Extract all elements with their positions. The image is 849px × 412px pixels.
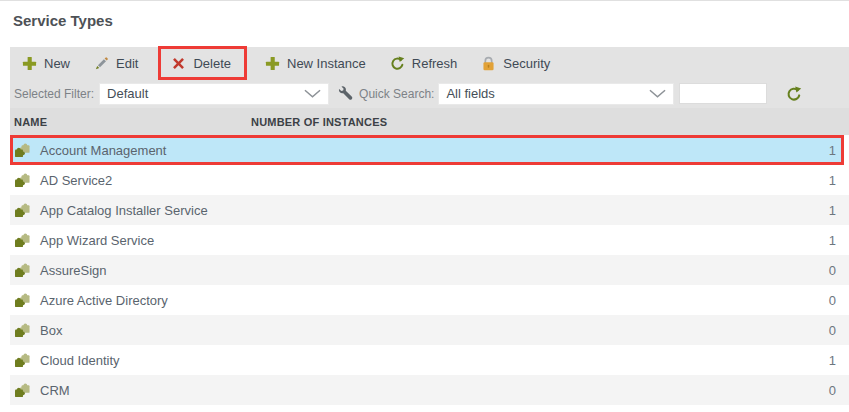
service-type-name: Azure Active Directory bbox=[40, 293, 168, 308]
service-type-name: Account Management bbox=[40, 143, 166, 158]
toolbar: New Edit Delete New Instance Refresh Sec… bbox=[10, 47, 849, 79]
delete-x-icon bbox=[171, 56, 186, 71]
new-button[interactable]: New bbox=[18, 50, 74, 76]
instance-count: 0 bbox=[829, 323, 849, 338]
apply-search-refresh-icon[interactable] bbox=[786, 86, 802, 102]
pencil-icon bbox=[94, 56, 109, 71]
puzzle-piece-icon bbox=[14, 203, 31, 218]
service-type-name: Cloud Identity bbox=[40, 353, 120, 368]
selected-filter-value: Default bbox=[107, 86, 148, 101]
new-instance-button-label: New Instance bbox=[287, 56, 366, 71]
puzzle-piece-icon bbox=[14, 233, 31, 248]
service-type-name: CRM bbox=[40, 383, 70, 398]
row-name-cell: Azure Active Directory bbox=[10, 293, 168, 308]
service-types-panel: New Edit Delete New Instance Refresh Sec… bbox=[10, 47, 849, 405]
quick-search-label: Quick Search: bbox=[359, 87, 434, 101]
puzzle-piece-icon bbox=[14, 293, 31, 308]
instance-count: 0 bbox=[829, 383, 849, 398]
service-type-name: AD Service2 bbox=[40, 173, 112, 188]
instance-count: 1 bbox=[829, 203, 849, 218]
chevron-down-icon bbox=[304, 89, 321, 98]
quick-search-scope-value: All fields bbox=[446, 86, 494, 101]
edit-button-label: Edit bbox=[116, 56, 138, 71]
puzzle-piece-icon bbox=[14, 323, 31, 338]
row-name-cell: App Wizard Service bbox=[10, 233, 154, 248]
instance-count: 0 bbox=[829, 293, 849, 308]
service-type-name: Box bbox=[40, 323, 62, 338]
table-body: Account Management 1 AD Service2 1 App C… bbox=[10, 135, 849, 405]
instance-count: 1 bbox=[829, 233, 849, 248]
delete-button[interactable]: Delete bbox=[167, 50, 235, 76]
table-row-azure-active-directory[interactable]: Azure Active Directory 0 bbox=[10, 285, 849, 315]
table-row-account-management[interactable]: Account Management 1 bbox=[10, 135, 844, 165]
new-button-label: New bbox=[44, 56, 70, 71]
refresh-icon bbox=[390, 56, 405, 71]
instance-count: 1 bbox=[829, 173, 849, 188]
column-header-number-of-instances[interactable]: NUMBER OF INSTANCES bbox=[251, 116, 849, 128]
table-row-assuresign[interactable]: AssureSign 0 bbox=[10, 255, 849, 285]
service-type-name: AssureSign bbox=[40, 263, 106, 278]
plus-icon bbox=[22, 56, 37, 71]
table-row-box[interactable]: Box 0 bbox=[10, 315, 849, 345]
selected-filter-dropdown[interactable]: Default bbox=[99, 83, 329, 105]
chevron-down-icon bbox=[649, 89, 666, 98]
row-name-cell: App Catalog Installer Service bbox=[10, 203, 208, 218]
puzzle-piece-icon bbox=[14, 143, 31, 158]
selected-filter-label: Selected Filter: bbox=[14, 87, 94, 101]
edit-button[interactable]: Edit bbox=[90, 50, 142, 76]
row-name-cell: Box bbox=[10, 323, 62, 338]
puzzle-piece-icon bbox=[14, 263, 31, 278]
security-button[interactable]: Security bbox=[477, 50, 554, 76]
quick-search-scope-dropdown[interactable]: All fields bbox=[438, 83, 674, 105]
instance-count: 1 bbox=[829, 353, 849, 368]
annotation-delete-highlight: Delete bbox=[158, 46, 247, 80]
table-row-app-wizard-service[interactable]: App Wizard Service 1 bbox=[10, 225, 849, 255]
table-row-ad-service2[interactable]: AD Service2 1 bbox=[10, 165, 849, 195]
row-name-cell: Cloud Identity bbox=[10, 353, 120, 368]
new-instance-button[interactable]: New Instance bbox=[261, 50, 370, 76]
table-row-crm[interactable]: CRM 0 bbox=[10, 375, 849, 405]
delete-button-label: Delete bbox=[193, 56, 231, 71]
page-title: Service Types bbox=[13, 12, 113, 29]
wrench-icon[interactable] bbox=[338, 86, 353, 101]
row-name-cell: Account Management bbox=[13, 143, 166, 158]
row-name-cell: AssureSign bbox=[10, 263, 106, 278]
row-name-cell: AD Service2 bbox=[10, 173, 112, 188]
puzzle-piece-icon bbox=[14, 173, 31, 188]
table-row-cloud-identity[interactable]: Cloud Identity 1 bbox=[10, 345, 849, 375]
instance-count: 1 bbox=[829, 143, 841, 158]
table-header: NAME NUMBER OF INSTANCES bbox=[10, 108, 849, 135]
quick-search-input[interactable] bbox=[679, 83, 767, 104]
refresh-button-label: Refresh bbox=[412, 56, 458, 71]
puzzle-piece-icon bbox=[14, 353, 31, 368]
column-header-name[interactable]: NAME bbox=[10, 116, 251, 128]
refresh-button[interactable]: Refresh bbox=[386, 50, 462, 76]
service-type-name: App Catalog Installer Service bbox=[40, 203, 208, 218]
puzzle-piece-icon bbox=[14, 383, 31, 398]
plus-icon bbox=[265, 56, 280, 71]
service-type-name: App Wizard Service bbox=[40, 233, 154, 248]
table-row-app-catalog-installer-service[interactable]: App Catalog Installer Service 1 bbox=[10, 195, 849, 225]
row-name-cell: CRM bbox=[10, 383, 70, 398]
instance-count: 0 bbox=[829, 263, 849, 278]
filter-bar: Selected Filter: Default Quick Search: A… bbox=[10, 79, 849, 108]
security-button-label: Security bbox=[503, 56, 550, 71]
lock-icon bbox=[481, 56, 496, 71]
